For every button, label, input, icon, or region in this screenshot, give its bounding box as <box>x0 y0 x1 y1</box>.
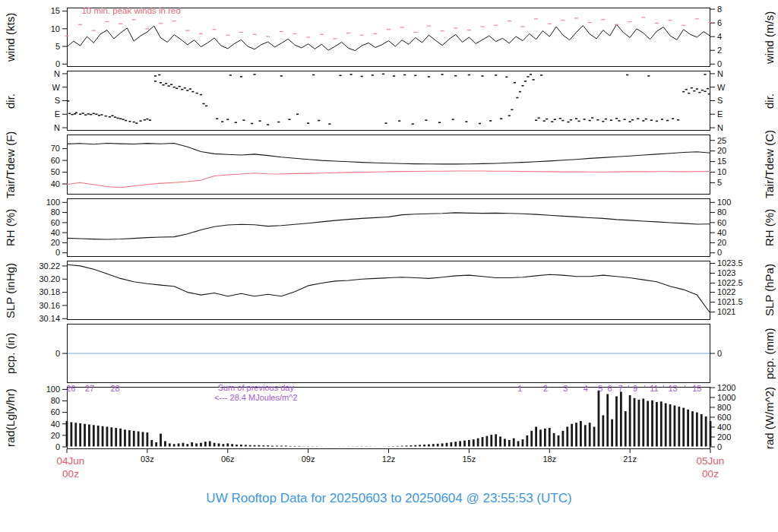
svg-text:800: 800 <box>717 403 731 412</box>
svg-text:80: 80 <box>51 396 60 405</box>
svg-text:0: 0 <box>55 59 60 68</box>
svg-text:40: 40 <box>51 179 60 188</box>
svg-text:60: 60 <box>51 407 60 416</box>
svg-text:1023.5: 1023.5 <box>717 258 743 268</box>
svg-text:100: 100 <box>46 385 60 394</box>
svg-text:0: 0 <box>55 442 60 451</box>
svg-text:26: 26 <box>66 384 75 393</box>
rad-plot-area: 020406080100020040060080010001200262728S… <box>67 387 710 449</box>
svg-text:W: W <box>52 83 61 92</box>
panel-temperature: Tair/Tdew (F) 40506070510152025 Tair/Tde… <box>0 135 778 195</box>
svg-text:03z: 03z <box>141 454 154 464</box>
svg-text:100: 100 <box>717 198 731 207</box>
temp-left-axis-title: Tair/Tdew (F) <box>2 135 18 195</box>
svg-text:40: 40 <box>51 420 60 429</box>
svg-text:10: 10 <box>51 24 60 33</box>
end-date-line2: 00z <box>684 467 737 480</box>
wind-plot-area: 0510150246810 min. peak winds in red <box>67 8 710 67</box>
svg-text:30.14: 30.14 <box>39 314 60 323</box>
svg-text:30.20: 30.20 <box>39 274 60 283</box>
meteogram-page: wind (kts) 0510150246810 min. peak winds… <box>0 0 778 532</box>
svg-text:6: 6 <box>608 384 612 393</box>
svg-text:S: S <box>55 96 60 105</box>
svg-text:20: 20 <box>51 238 60 247</box>
dir-right-axis-title: dir. <box>760 71 778 131</box>
start-date-line2: 00z <box>44 467 97 480</box>
start-date-line1: 04Jun <box>44 454 97 467</box>
svg-text:0: 0 <box>55 248 60 257</box>
svg-text:200: 200 <box>717 432 731 442</box>
svg-text:30.18: 30.18 <box>39 287 60 296</box>
svg-text:N: N <box>54 69 60 78</box>
svg-text:4: 4 <box>584 384 588 393</box>
svg-text:12z: 12z <box>382 454 396 464</box>
svg-text:': ' <box>663 384 664 393</box>
svg-text:0: 0 <box>55 349 60 358</box>
svg-text:60: 60 <box>51 218 60 227</box>
svg-text:7: 7 <box>618 384 623 393</box>
svg-text:28: 28 <box>110 384 119 393</box>
svg-text:60: 60 <box>51 156 60 165</box>
svg-text:21z: 21z <box>623 454 637 464</box>
panel-humidity: RH (%) 020406080100020406080100 RH (%) <box>0 198 778 257</box>
svg-text:': ' <box>644 384 645 393</box>
axis-end-date-label: 05Jun 00z <box>684 454 737 480</box>
svg-text:10: 10 <box>717 167 726 176</box>
svg-text:1200: 1200 <box>717 383 735 392</box>
svg-text:50: 50 <box>51 167 60 176</box>
svg-text:09z: 09z <box>302 454 315 464</box>
svg-text:W: W <box>717 83 726 92</box>
end-date-line1: 05Jun <box>684 454 737 467</box>
svg-text:06z: 06z <box>221 454 235 464</box>
svg-text:80: 80 <box>51 207 60 217</box>
svg-text:4: 4 <box>717 32 722 41</box>
svg-text:1022.5: 1022.5 <box>717 278 743 287</box>
panel-precipitation: pcp. (in) 00 pcp. (mm) <box>0 324 778 383</box>
svg-text:100: 100 <box>46 198 60 207</box>
dir-plot-area: NESWNNESWN <box>67 71 710 131</box>
slp-plot-area: 30.1430.1630.1830.2030.2210211021.510221… <box>67 261 710 320</box>
svg-text:0: 0 <box>717 349 722 358</box>
svg-text:1021.5: 1021.5 <box>717 297 743 306</box>
temp-plot-area: 40506070510152025 <box>67 135 710 195</box>
svg-text:N: N <box>717 69 723 78</box>
svg-text:': ' <box>628 384 629 393</box>
svg-text:80: 80 <box>717 207 726 217</box>
rad-left-axis-title: rad(Lgly/hr) <box>2 387 18 449</box>
svg-text:0: 0 <box>717 59 722 68</box>
pcp-left-axis-title: pcp. (in) <box>2 324 18 383</box>
svg-text:18z: 18z <box>542 454 556 464</box>
svg-text:Sum of previous day: Sum of previous day <box>218 383 295 392</box>
slp-left-axis-title: SLP (inHg) <box>2 261 18 320</box>
wind-right-axis-title: wind (m/s) <box>760 8 778 67</box>
svg-text:10 min. peak winds in red: 10 min. peak winds in red <box>81 6 180 15</box>
svg-text:E: E <box>55 109 60 119</box>
svg-text:20: 20 <box>717 238 726 247</box>
rh-left-axis-title: RH (%) <box>2 198 18 257</box>
svg-text:E: E <box>717 109 723 119</box>
svg-text:1: 1 <box>517 384 522 393</box>
svg-text:11: 11 <box>650 384 658 393</box>
svg-text:1000: 1000 <box>717 393 735 402</box>
rh-right-axis-title: RH (%) <box>760 198 778 257</box>
svg-text:': ' <box>684 384 685 393</box>
svg-text:30.22: 30.22 <box>39 261 60 271</box>
svg-text:20: 20 <box>717 146 726 155</box>
svg-text:N: N <box>717 123 723 132</box>
slp-right-axis-title: SLP (hPa) <box>760 261 778 320</box>
svg-text:S: S <box>717 96 723 105</box>
svg-text:6: 6 <box>717 18 722 27</box>
svg-text:13: 13 <box>668 384 677 393</box>
svg-text:30.16: 30.16 <box>39 301 60 310</box>
svg-text:N: N <box>54 123 60 132</box>
svg-text:25: 25 <box>717 136 726 145</box>
svg-text:27: 27 <box>85 384 94 393</box>
svg-text:600: 600 <box>717 413 731 422</box>
svg-text:8: 8 <box>717 5 722 14</box>
svg-text:40: 40 <box>51 228 60 237</box>
svg-text:0: 0 <box>717 442 722 451</box>
axis-start-date-label: 04Jun 00z <box>44 454 97 480</box>
pcp-right-axis-title: pcp. (mm) <box>760 324 778 383</box>
dir-left-axis-title: dir. <box>2 71 18 131</box>
svg-text:0: 0 <box>717 248 722 257</box>
